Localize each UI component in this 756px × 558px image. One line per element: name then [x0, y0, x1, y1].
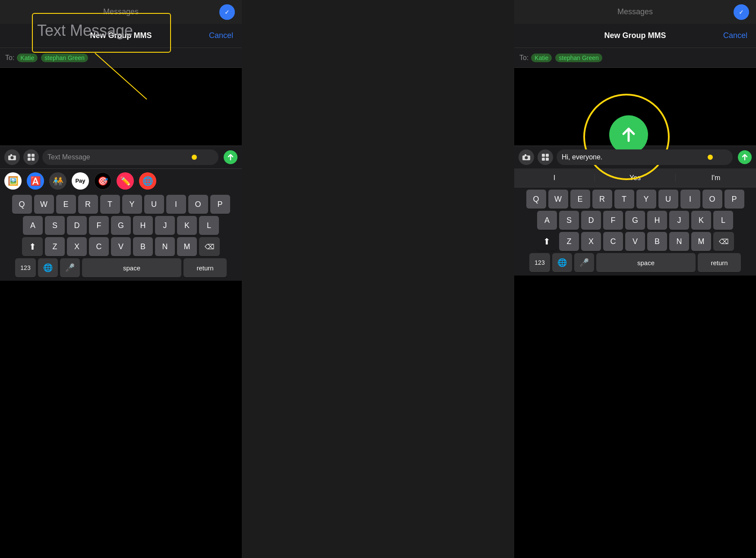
- key-return-right[interactable]: return: [698, 253, 741, 272]
- key-W-left[interactable]: W: [34, 195, 54, 214]
- key-X-right[interactable]: X: [581, 232, 601, 251]
- key-numbers-left[interactable]: 123: [15, 258, 36, 277]
- key-Q-left[interactable]: Q: [12, 195, 32, 214]
- avatar-icon-right: ✓: [734, 4, 749, 20]
- key-N-left[interactable]: N: [155, 237, 175, 256]
- key-shift-right[interactable]: ⬆: [536, 232, 557, 251]
- key-L-right[interactable]: L: [713, 211, 733, 230]
- key-K-right[interactable]: K: [691, 211, 711, 230]
- svg-rect-11: [525, 154, 526, 156]
- key-G-right[interactable]: G: [625, 211, 645, 230]
- key-mic-left[interactable]: 🎤: [60, 258, 80, 277]
- key-S-right[interactable]: S: [559, 211, 579, 230]
- key-Z-right[interactable]: Z: [559, 232, 579, 251]
- key-H-right[interactable]: H: [647, 211, 667, 230]
- yellow-dot-left: [192, 155, 197, 160]
- camera-button-right[interactable]: [519, 149, 534, 165]
- key-J-right[interactable]: J: [669, 211, 689, 230]
- key-mic-right[interactable]: 🎤: [574, 253, 594, 272]
- tray-memoji[interactable]: 🧑‍🤝‍🧑: [49, 172, 66, 190]
- key-L-left[interactable]: L: [199, 216, 219, 235]
- camera-button-left[interactable]: [4, 149, 20, 165]
- key-space-right[interactable]: space: [596, 253, 696, 272]
- suggestions-row: I Yes I'm: [514, 168, 756, 187]
- key-Y-right[interactable]: Y: [636, 190, 656, 209]
- key-K-left[interactable]: K: [177, 216, 197, 235]
- key-delete-right[interactable]: ⌫: [713, 232, 734, 251]
- key-Y-left[interactable]: Y: [122, 195, 142, 214]
- tray-photos[interactable]: 🖼️: [4, 172, 22, 190]
- messages-header-blur-right: Messages ✓: [514, 0, 756, 24]
- suggestion-Yes[interactable]: Yes: [595, 174, 676, 182]
- key-E-left[interactable]: E: [56, 195, 76, 214]
- keyboard-right: I Yes I'm Q W E R T Y U I O P A S D F: [514, 168, 756, 276]
- key-A-right[interactable]: A: [537, 211, 557, 230]
- keyboard-row1-right: Q W E R T Y U I O P: [514, 187, 756, 209]
- nav-title-right: New Group MMS: [604, 31, 666, 40]
- tray-more[interactable]: 🌐: [139, 172, 156, 190]
- left-phone-panel: Messages ✓ New Group MMS Cancel To: Kati…: [0, 0, 242, 558]
- key-P-left[interactable]: P: [210, 195, 230, 214]
- key-Q-right[interactable]: Q: [526, 190, 546, 209]
- tray-applepay[interactable]: Pay: [72, 172, 89, 190]
- send-button-left[interactable]: [224, 150, 237, 164]
- key-numbers-right[interactable]: 123: [529, 253, 550, 272]
- suggestion-I[interactable]: I: [514, 174, 595, 182]
- key-O-left[interactable]: O: [188, 195, 208, 214]
- key-G-left[interactable]: G: [111, 216, 131, 235]
- svg-point-10: [525, 156, 528, 159]
- key-B-right[interactable]: B: [647, 232, 667, 251]
- input-bar-left[interactable]: Text Message: [0, 146, 242, 168]
- tray-activity[interactable]: 🎯: [94, 172, 111, 190]
- tray-appstore[interactable]: 🅰️: [27, 172, 44, 190]
- key-I-left[interactable]: I: [166, 195, 186, 214]
- text-input-right[interactable]: Hi, everyone.: [557, 149, 733, 165]
- cancel-button-left[interactable]: Cancel: [209, 31, 233, 40]
- svg-rect-4: [28, 154, 31, 157]
- cancel-button-right[interactable]: Cancel: [723, 31, 747, 40]
- key-globe-left[interactable]: 🌐: [38, 258, 58, 277]
- key-X-left[interactable]: X: [67, 237, 87, 256]
- key-W-right[interactable]: W: [548, 190, 568, 209]
- key-A-left[interactable]: A: [23, 216, 43, 235]
- key-F-right[interactable]: F: [603, 211, 623, 230]
- key-U-right[interactable]: U: [658, 190, 678, 209]
- key-space-left[interactable]: space: [82, 258, 181, 277]
- key-B-left[interactable]: B: [133, 237, 153, 256]
- suggestion-Im[interactable]: I'm: [676, 174, 756, 182]
- key-I-right[interactable]: I: [680, 190, 700, 209]
- text-input-left[interactable]: Text Message: [42, 149, 218, 165]
- key-M-right[interactable]: M: [691, 232, 711, 251]
- key-V-right[interactable]: V: [625, 232, 645, 251]
- key-R-right[interactable]: R: [592, 190, 612, 209]
- key-M-left[interactable]: M: [177, 237, 197, 256]
- key-delete-left[interactable]: ⌫: [199, 237, 220, 256]
- key-J-left[interactable]: J: [155, 216, 175, 235]
- key-Z-left[interactable]: Z: [45, 237, 65, 256]
- send-button-right[interactable]: [738, 150, 752, 164]
- key-R-left[interactable]: R: [78, 195, 98, 214]
- apps-button-left[interactable]: [23, 149, 39, 165]
- key-globe-right[interactable]: 🌐: [552, 253, 572, 272]
- to-label-right: To:: [519, 54, 528, 62]
- svg-rect-5: [32, 154, 35, 157]
- tray-digital-touch[interactable]: ✏️: [117, 172, 134, 190]
- key-H-left[interactable]: H: [133, 216, 153, 235]
- key-return-left[interactable]: return: [183, 258, 227, 277]
- key-U-left[interactable]: U: [144, 195, 164, 214]
- key-S-left[interactable]: S: [45, 216, 65, 235]
- key-D-right[interactable]: D: [581, 211, 601, 230]
- key-C-left[interactable]: C: [89, 237, 109, 256]
- key-P-right[interactable]: P: [724, 190, 744, 209]
- key-C-right[interactable]: C: [603, 232, 623, 251]
- key-shift-left[interactable]: ⬆: [22, 237, 43, 256]
- key-V-left[interactable]: V: [111, 237, 131, 256]
- key-E-right[interactable]: E: [570, 190, 590, 209]
- key-T-left[interactable]: T: [100, 195, 120, 214]
- key-D-left[interactable]: D: [67, 216, 87, 235]
- key-O-right[interactable]: O: [702, 190, 722, 209]
- key-T-right[interactable]: T: [614, 190, 634, 209]
- key-N-right[interactable]: N: [669, 232, 689, 251]
- apps-button-right[interactable]: [538, 149, 553, 165]
- key-F-left[interactable]: F: [89, 216, 109, 235]
